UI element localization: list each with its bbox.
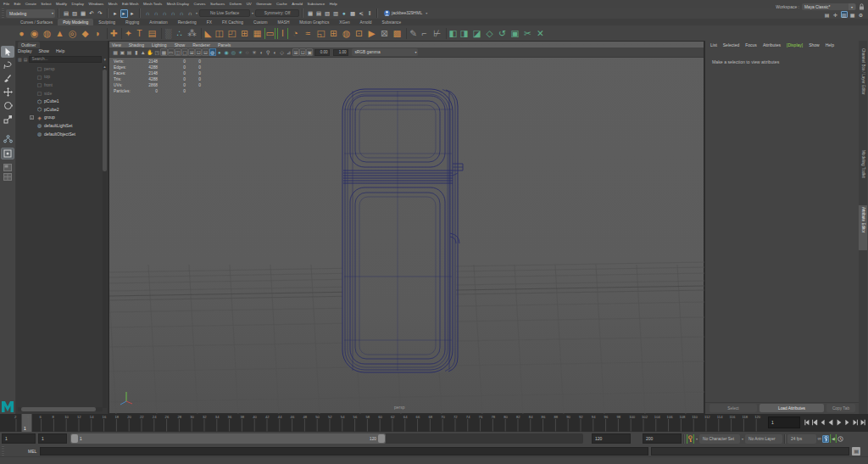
boolean-icon[interactable]: ◰ bbox=[226, 28, 237, 39]
separate-icon[interactable]: ◫ bbox=[214, 28, 225, 39]
menu-edit[interactable]: Edit bbox=[14, 2, 21, 6]
poly-torus-icon[interactable]: ◎ bbox=[67, 28, 78, 39]
play-backwards-button[interactable] bbox=[827, 417, 834, 428]
anim-start-field[interactable]: 1 bbox=[2, 433, 36, 444]
current-frame-field[interactable]: 1 bbox=[768, 416, 800, 428]
select-tool-button[interactable] bbox=[1, 46, 14, 58]
quad-draw-icon[interactable]: ◧ bbox=[446, 28, 457, 39]
subdivide-icon[interactable]: ▦ bbox=[252, 28, 263, 39]
xray-icon[interactable]: ◖ bbox=[258, 48, 264, 56]
menu-generate[interactable]: Generate bbox=[256, 2, 271, 6]
poly-disc-icon[interactable]: ◗ bbox=[92, 28, 103, 39]
play-start-field[interactable]: 1 bbox=[38, 433, 67, 444]
shelf-tab-rigging[interactable]: Rigging bbox=[120, 19, 144, 25]
shelf-tab-motion-graphics[interactable]: Motion Graphics bbox=[294, 19, 334, 25]
type-tool-icon[interactable]: T bbox=[134, 28, 145, 39]
film-gate-icon[interactable]: ▭ bbox=[168, 48, 175, 56]
plugin-icon[interactable]: ⊞ bbox=[292, 48, 299, 56]
search-filter-icon[interactable]: ▾ bbox=[103, 57, 106, 62]
isolate-icon[interactable]: ◇ bbox=[279, 48, 286, 56]
poly-plane-icon[interactable]: ◆ bbox=[80, 28, 91, 39]
sphere-project-icon[interactable]: ◍ bbox=[341, 28, 352, 39]
viewport-menu-panels[interactable]: Panels bbox=[218, 42, 231, 48]
fps-dropdown[interactable]: 24 fps bbox=[787, 434, 816, 444]
view-transform-dropdown[interactable]: sRGB gamma bbox=[352, 48, 418, 56]
open-scene-icon[interactable]: ▨ bbox=[71, 9, 79, 18]
2d-pan-icon[interactable]: ✋ bbox=[147, 48, 153, 56]
retopo-icon[interactable]: ↺ bbox=[497, 28, 508, 39]
quad-cube-icon[interactable]: ◇ bbox=[484, 28, 495, 39]
step-back-frame-button[interactable] bbox=[811, 417, 818, 428]
undo-icon[interactable]: ↶ bbox=[88, 9, 96, 18]
anim-prefs-clock-icon[interactable] bbox=[837, 434, 843, 443]
grid-toggle-icon[interactable]: ▦ bbox=[160, 48, 167, 56]
lock-camera-icon[interactable]: ▣ bbox=[119, 48, 125, 56]
menu-cache[interactable]: Cache bbox=[276, 2, 287, 6]
range-active-span[interactable]: 1120 bbox=[70, 433, 386, 444]
scale-tool-button[interactable] bbox=[1, 113, 14, 125]
snap-live-icon[interactable]: ∩ bbox=[186, 9, 194, 18]
auto-keyframe-icon[interactable] bbox=[822, 435, 829, 443]
range-end-handle[interactable] bbox=[378, 434, 385, 443]
exposure-field[interactable]: 0.00 bbox=[314, 49, 330, 56]
render-region-icon[interactable]: ▧ bbox=[324, 9, 331, 18]
remesh-icon[interactable]: ▣ bbox=[509, 28, 520, 39]
light-editor-icon[interactable]: ▩ bbox=[349, 9, 357, 18]
copy-tab-button[interactable]: Copy Tab bbox=[826, 404, 855, 412]
paint-select-tool-button[interactable] bbox=[1, 72, 14, 84]
menu-file[interactable]: File bbox=[3, 2, 9, 6]
menu-substance[interactable]: Substance bbox=[307, 2, 325, 6]
plugin2-icon[interactable]: ⊡ bbox=[299, 48, 306, 56]
ae-menu-help[interactable]: Help bbox=[826, 42, 834, 48]
play-forward-button[interactable] bbox=[836, 417, 843, 428]
menu-uv[interactable]: UV bbox=[247, 2, 252, 6]
poly-cylinder-icon[interactable]: ◍ bbox=[42, 28, 53, 39]
outliner-title[interactable]: Outliner bbox=[18, 42, 40, 48]
outliner-menu-help[interactable]: Help bbox=[56, 48, 64, 53]
live-surface-field[interactable]: No Live Surface bbox=[199, 9, 250, 17]
lights-icon[interactable]: ◎ bbox=[230, 48, 236, 56]
snap-view-icon[interactable]: ∩ bbox=[178, 9, 186, 18]
perspective-viewport[interactable]: ViewShadingLightingShowRendererPanels ▦▣… bbox=[108, 41, 704, 414]
select-hierarchy-icon[interactable]: ▸ bbox=[112, 9, 120, 18]
outliner-hscrollbar[interactable] bbox=[18, 407, 103, 411]
wireframe-icon[interactable]: ◍ bbox=[209, 48, 216, 56]
super-shape-icon[interactable]: ✚ bbox=[107, 28, 118, 39]
range-start-handle[interactable] bbox=[71, 434, 78, 443]
menu-help[interactable]: Help bbox=[330, 2, 337, 6]
quad-draw2-icon[interactable]: ◨ bbox=[459, 28, 470, 39]
outliner-search-input[interactable]: Search... bbox=[29, 56, 102, 63]
image-plane-icon[interactable]: ▲ bbox=[140, 48, 147, 56]
bevel-icon[interactable]: ▭ bbox=[264, 28, 275, 39]
poly-sphere-icon[interactable]: ● bbox=[16, 28, 27, 39]
ae-menu-list[interactable]: List bbox=[710, 42, 717, 48]
combine-icon[interactable]: ◣ bbox=[201, 28, 212, 39]
side-tab-channel-box-layer-editor[interactable]: Channel Box / Layer Editor bbox=[859, 47, 867, 131]
select-button[interactable]: Select bbox=[709, 404, 757, 412]
anim-layer-dropdown[interactable]: No Anim Layer bbox=[745, 434, 782, 444]
grip[interactable] bbox=[2, 8, 4, 18]
render-settings-icon[interactable]: ▥ bbox=[332, 9, 340, 18]
go-to-start-button[interactable] bbox=[804, 417, 810, 428]
svg-tool-icon[interactable]: ▤ bbox=[147, 28, 158, 39]
extrude-icon[interactable]: ◔ bbox=[290, 28, 301, 39]
lasso-tool-button[interactable] bbox=[1, 59, 14, 71]
shelf-tab-sculpting[interactable]: Sculpting bbox=[93, 19, 120, 25]
sep1-icon[interactable]: ⊿ bbox=[286, 48, 292, 56]
uv-cut-icon[interactable]: ⌐ bbox=[419, 28, 430, 39]
step-forward-key-button[interactable] bbox=[843, 417, 850, 428]
command-language-label[interactable]: MEL bbox=[28, 449, 36, 454]
outliner-item-defaultobjectset[interactable]: ◍defaultObjectSet bbox=[18, 130, 103, 138]
set-key-icon[interactable] bbox=[687, 434, 694, 444]
hypershade-icon[interactable]: ● bbox=[341, 9, 348, 18]
menu-windows[interactable]: Windows bbox=[88, 2, 103, 6]
new-scene-icon[interactable]: ▤ bbox=[63, 9, 70, 18]
character-set-dropdown[interactable]: No Character Set bbox=[699, 434, 740, 444]
ao-icon[interactable]: ◌ bbox=[244, 48, 251, 56]
ae-menu-show[interactable]: Show bbox=[809, 42, 820, 48]
sculpt-grab-icon[interactable]: ⁂ bbox=[186, 28, 198, 39]
ae-menu-display[interactable]: [Display] bbox=[787, 42, 803, 48]
camera-attrs-icon[interactable]: ▤ bbox=[125, 48, 132, 56]
crease-tool-icon[interactable]: ✎ bbox=[406, 28, 417, 39]
time-slider[interactable]: 2468101214161820222426283032343638404244… bbox=[0, 414, 868, 432]
